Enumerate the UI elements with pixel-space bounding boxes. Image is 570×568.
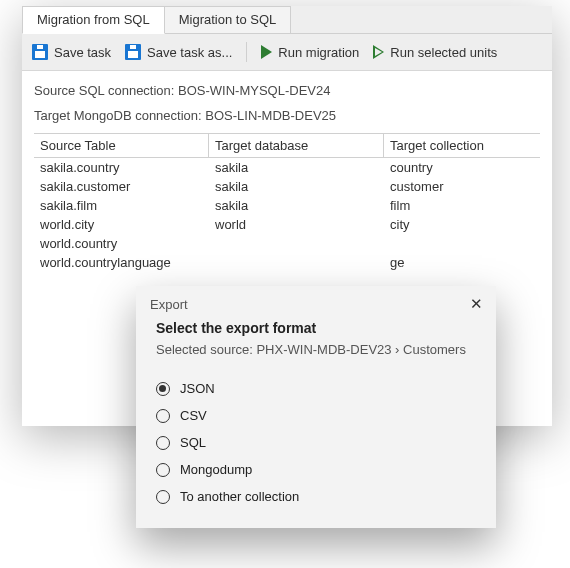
- button-label: Save task as...: [147, 45, 232, 60]
- cell-target-db: [209, 253, 384, 272]
- tab-bar: Migration from SQL Migration to SQL: [22, 6, 552, 34]
- source-connection-label: Source SQL connection: BOS-WIN-MYSQL-DEV…: [34, 83, 540, 98]
- col-header-target-collection[interactable]: Target collection: [384, 134, 540, 157]
- export-dialog: Export ✕ Select the export format Select…: [136, 286, 496, 528]
- tab-migration-from-sql[interactable]: Migration from SQL: [22, 6, 165, 34]
- cell-target-coll: [384, 234, 540, 253]
- cell-source-table: sakila.customer: [34, 177, 209, 196]
- save-task-button[interactable]: Save task: [32, 44, 111, 60]
- play-outline-icon: [373, 45, 384, 59]
- table-row[interactable]: sakila.country sakila country: [34, 158, 540, 177]
- tab-migration-to-sql[interactable]: Migration to SQL: [164, 6, 292, 34]
- export-option-sql[interactable]: SQL: [156, 429, 476, 456]
- run-selected-units-button[interactable]: Run selected units: [373, 45, 497, 60]
- export-option-csv[interactable]: CSV: [156, 402, 476, 429]
- cell-source-table: world.city: [34, 215, 209, 234]
- cell-target-coll: ge: [384, 253, 540, 272]
- cell-target-db: world: [209, 215, 384, 234]
- run-migration-button[interactable]: Run migration: [261, 45, 359, 60]
- option-label: CSV: [180, 408, 207, 423]
- option-label: JSON: [180, 381, 215, 396]
- option-label: Mongodump: [180, 462, 252, 477]
- button-label: Run selected units: [390, 45, 497, 60]
- dialog-window-title: Export: [150, 297, 188, 312]
- toolbar: Save task Save task as... Run migration …: [22, 34, 552, 71]
- tab-label: Migration to SQL: [179, 12, 277, 27]
- export-option-json[interactable]: JSON: [156, 375, 476, 402]
- save-icon: [125, 44, 141, 60]
- toolbar-separator: [246, 42, 247, 62]
- cell-target-db: sakila: [209, 158, 384, 177]
- save-task-as-button[interactable]: Save task as...: [125, 44, 232, 60]
- col-header-source-table[interactable]: Source Table: [34, 134, 209, 157]
- play-icon: [261, 45, 272, 59]
- table-header-row: Source Table Target database Target coll…: [34, 134, 540, 158]
- cell-target-coll: country: [384, 158, 540, 177]
- cell-source-table: world.country: [34, 234, 209, 253]
- radio-icon: [156, 382, 170, 396]
- dialog-titlebar: Export ✕: [136, 286, 496, 320]
- radio-icon: [156, 409, 170, 423]
- close-icon[interactable]: ✕: [466, 294, 486, 314]
- radio-icon: [156, 490, 170, 504]
- cell-target-coll: city: [384, 215, 540, 234]
- dialog-body: Select the export format Selected source…: [136, 320, 496, 510]
- dialog-heading: Select the export format: [156, 320, 476, 336]
- table-row[interactable]: sakila.customer sakila customer: [34, 177, 540, 196]
- export-option-mongodump[interactable]: Mongodump: [156, 456, 476, 483]
- table-row[interactable]: world.country: [34, 234, 540, 253]
- option-label: SQL: [180, 435, 206, 450]
- table-row[interactable]: world.city world city: [34, 215, 540, 234]
- radio-icon: [156, 436, 170, 450]
- migration-table: Source Table Target database Target coll…: [34, 133, 540, 272]
- cell-source-table: sakila.film: [34, 196, 209, 215]
- option-label: To another collection: [180, 489, 299, 504]
- cell-source-table: sakila.country: [34, 158, 209, 177]
- panel-body: Source SQL connection: BOS-WIN-MYSQL-DEV…: [22, 71, 552, 272]
- cell-source-table: world.countrylanguage: [34, 253, 209, 272]
- button-label: Save task: [54, 45, 111, 60]
- target-connection-label: Target MongoDB connection: BOS-LIN-MDB-D…: [34, 108, 540, 123]
- dialog-subtitle: Selected source: PHX-WIN-MDB-DEV23 › Cus…: [156, 342, 476, 357]
- col-header-target-database[interactable]: Target database: [209, 134, 384, 157]
- cell-target-coll: customer: [384, 177, 540, 196]
- cell-target-db: sakila: [209, 177, 384, 196]
- cell-target-db: [209, 234, 384, 253]
- radio-icon: [156, 463, 170, 477]
- table-row[interactable]: sakila.film sakila film: [34, 196, 540, 215]
- cell-target-db: sakila: [209, 196, 384, 215]
- save-icon: [32, 44, 48, 60]
- export-option-another-collection[interactable]: To another collection: [156, 483, 476, 510]
- button-label: Run migration: [278, 45, 359, 60]
- tab-label: Migration from SQL: [37, 12, 150, 27]
- cell-target-coll: film: [384, 196, 540, 215]
- table-row[interactable]: world.countrylanguage ge: [34, 253, 540, 272]
